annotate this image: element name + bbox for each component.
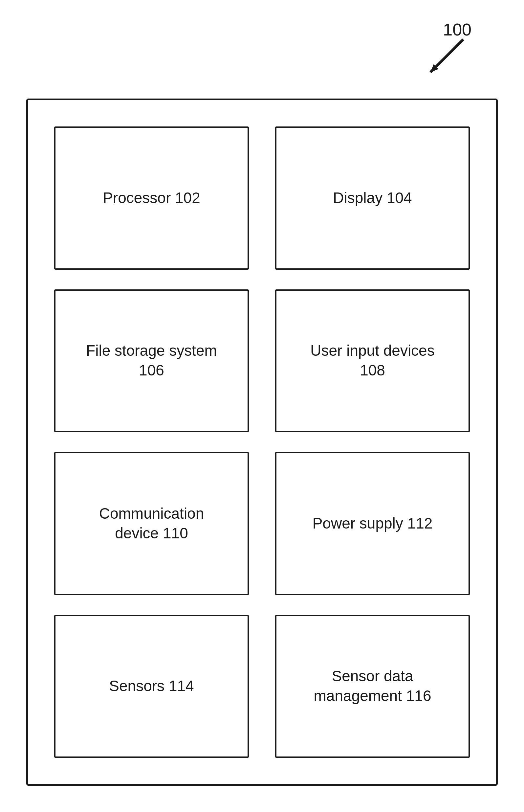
page: 100 Processor 102 Display 104 File stora… bbox=[0, 0, 524, 812]
sensor-data-label: Sensor datamanagement 116 bbox=[307, 660, 438, 713]
sensor-data-box: Sensor datamanagement 116 bbox=[275, 615, 470, 758]
user-input-label: User input devices108 bbox=[304, 335, 441, 387]
sensors-label: Sensors 114 bbox=[102, 670, 200, 703]
display-box: Display 104 bbox=[275, 127, 470, 270]
user-input-box: User input devices108 bbox=[275, 289, 470, 433]
file-storage-label: File storage system106 bbox=[80, 335, 224, 387]
power-supply-box: Power supply 112 bbox=[275, 452, 470, 595]
power-supply-label: Power supply 112 bbox=[306, 507, 439, 540]
processor-box: Processor 102 bbox=[54, 127, 249, 270]
outer-boundary-box: Processor 102 Display 104 File storage s… bbox=[26, 99, 498, 786]
file-storage-box: File storage system106 bbox=[54, 289, 249, 433]
sensors-box: Sensors 114 bbox=[54, 615, 249, 758]
display-label: Display 104 bbox=[326, 182, 418, 214]
reference-arrow bbox=[421, 36, 466, 82]
component-grid: Processor 102 Display 104 File storage s… bbox=[28, 100, 496, 784]
processor-label: Processor 102 bbox=[96, 182, 207, 214]
communication-label: Communicationdevice 110 bbox=[93, 497, 211, 550]
communication-box: Communicationdevice 110 bbox=[54, 452, 249, 595]
